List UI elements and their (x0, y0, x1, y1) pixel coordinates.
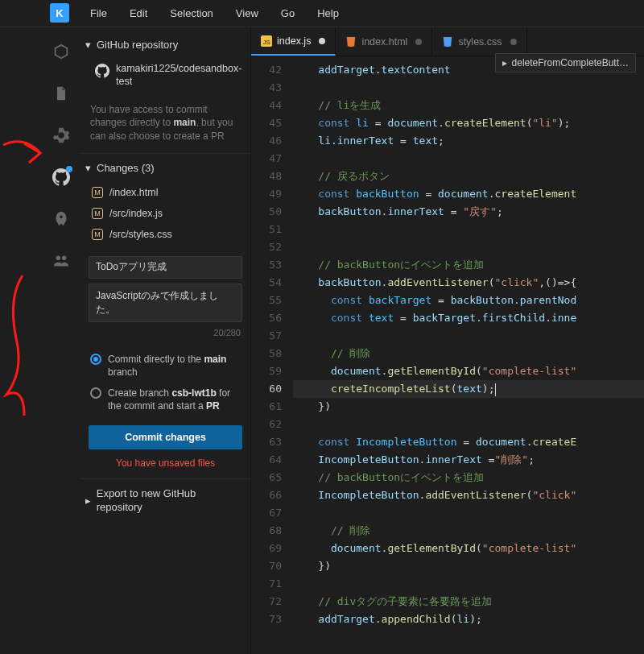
tab-index-js[interactable]: JSindex.js (251, 27, 336, 56)
menu-go[interactable]: Go (270, 2, 306, 24)
changed-file-path: /src/index.js (109, 208, 163, 219)
menu-view[interactable]: View (225, 2, 270, 24)
unsaved-dot-icon (415, 39, 422, 45)
modified-badge: M (92, 208, 103, 219)
activity-bar (42, 27, 80, 654)
chevron-right-icon: ▸ (85, 495, 97, 507)
repo-info-text: You have access to commit changes direct… (80, 97, 250, 151)
gear-icon[interactable] (52, 126, 71, 145)
modified-badge: M (92, 229, 103, 240)
unsaved-warning: You have unsaved files (80, 454, 250, 477)
tab-styles-css[interactable]: styles.css (432, 27, 526, 56)
file-icon[interactable] (52, 84, 71, 103)
html-file-icon (345, 36, 357, 48)
changed-file[interactable]: M/index.html (90, 182, 244, 203)
chevron-right-icon: ▸ (502, 57, 507, 68)
export-title: Export to new GitHub repository (97, 487, 242, 515)
breadcrumb-overflow[interactable]: ▸ deleteFromCompleteButt… (495, 53, 636, 72)
chevron-down-icon: ▾ (85, 39, 97, 51)
tab-label: index.js (277, 35, 311, 47)
export-section-header[interactable]: ▸ Export to new GitHub repository (80, 481, 250, 521)
char-count: 20/280 (89, 325, 242, 344)
create-branch-radio[interactable]: Create branch csb-lwt1b for the commit a… (80, 383, 250, 416)
github-icon[interactable] (52, 168, 71, 187)
menu-help[interactable]: Help (306, 2, 350, 24)
changes-list: M/index.htmlM/src/index.jsM/src/styles.c… (80, 180, 250, 251)
commit-title-input[interactable] (89, 256, 242, 279)
users-icon[interactable] (52, 251, 71, 271)
changed-file[interactable]: M/src/index.js (90, 203, 244, 224)
divider (80, 478, 250, 479)
app-logo: K (50, 3, 69, 23)
cube-icon[interactable] (52, 42, 71, 61)
css-file-icon (442, 36, 453, 48)
changed-file[interactable]: M/src/styles.css (90, 224, 244, 245)
unsaved-dot-icon (510, 39, 517, 45)
radio-icon (90, 387, 101, 399)
tab-index-html[interactable]: index.html (336, 27, 432, 56)
line-gutter: 4243444546474849505152535455565758596061… (251, 61, 293, 654)
changes-section-header[interactable]: ▾ Changes (3) (80, 155, 250, 180)
tab-label: styles.css (458, 36, 502, 48)
menubar: K FileEditSelectionViewGoHelp (0, 0, 644, 27)
code-area[interactable]: 4243444546474849505152535455565758596061… (251, 56, 644, 654)
commit-description-input[interactable]: JavaScriptのみで作成しました。 (89, 284, 242, 322)
menu-selection[interactable]: Selection (159, 2, 224, 24)
notification-dot (66, 166, 72, 172)
divider (80, 153, 250, 154)
menu-edit[interactable]: Edit (118, 2, 159, 24)
commit-direct-radio[interactable]: Commit directly to the main branch (80, 349, 250, 383)
commit-changes-button[interactable]: Commit changes (89, 425, 242, 449)
changed-file-path: /src/styles.css (109, 229, 172, 240)
code-lines[interactable]: addTarget.textContent // liを生成 const li … (293, 61, 644, 654)
radio-icon (90, 354, 101, 365)
rocket-icon[interactable] (52, 209, 71, 229)
modified-badge: M (92, 187, 103, 198)
svg-text:JS: JS (263, 38, 270, 45)
editor-tabs: JSindex.jsindex.htmlstyles.css (251, 27, 644, 56)
menu-file[interactable]: File (79, 2, 118, 24)
github-icon (95, 64, 109, 78)
github-section-header[interactable]: ▾ GitHub repository (80, 32, 250, 57)
repo-name: kamakiri1225/codesandbox-test (116, 62, 242, 89)
tab-label: index.html (361, 36, 407, 48)
editor: JSindex.jsindex.htmlstyles.css 424344454… (251, 27, 644, 654)
chevron-down-icon: ▾ (85, 162, 97, 174)
changes-title: Changes (3) (97, 162, 155, 174)
unsaved-dot-icon (319, 38, 325, 44)
sidebar: ▾ GitHub repository kamakiri1225/codesan… (80, 27, 251, 654)
github-section-title: GitHub repository (97, 39, 178, 51)
js-file-icon: JS (261, 35, 272, 47)
repo-row[interactable]: kamakiri1225/codesandbox-test (80, 57, 250, 97)
changed-file-path: /index.html (109, 187, 158, 198)
